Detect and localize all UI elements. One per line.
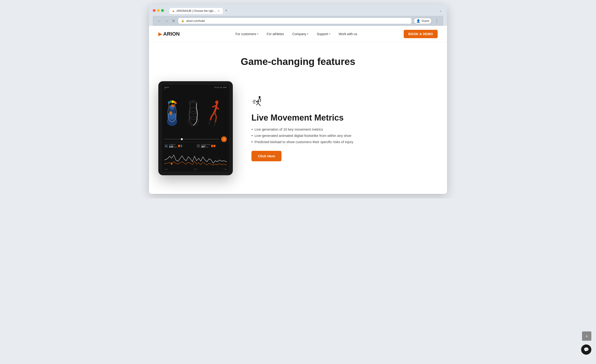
runner-icon xyxy=(252,95,438,109)
timeline-position xyxy=(181,138,183,140)
nav-label-company: Company xyxy=(292,32,306,36)
feature-text-block: Live Movement Metrics Live generation of… xyxy=(252,95,438,161)
graph-area xyxy=(162,149,229,168)
foot-heatmap xyxy=(164,99,183,127)
back-button[interactable]: ← xyxy=(156,19,162,23)
svg-point-6 xyxy=(171,100,174,103)
timestamp-end: 0:20 xyxy=(224,169,227,170)
timeline-track xyxy=(164,139,219,139)
cadence-feet-icons xyxy=(178,145,182,147)
screen-date: Fri 14 Jul xyxy=(214,86,222,89)
site-logo[interactable]: ▶ ARION xyxy=(158,31,180,37)
timeline-bar: ⏸ xyxy=(162,136,229,142)
tab-favicon-icon: ▶ xyxy=(173,10,175,12)
pause-button[interactable]: ⏸ xyxy=(221,136,227,142)
logo-text: ARION xyxy=(163,31,180,37)
cadence-unit: spm xyxy=(174,146,177,148)
chevron-down-icon-support: ▾ xyxy=(329,33,330,35)
close-button[interactable] xyxy=(153,9,156,12)
foot-outline xyxy=(184,99,202,127)
new-tab-button[interactable]: + xyxy=(223,7,230,14)
logo-icon: ▶ xyxy=(158,31,162,37)
svg-point-12 xyxy=(189,111,197,120)
cadence-label: Cadence xyxy=(169,144,177,145)
feature-bullets: Live generation of 10 key movement metri… xyxy=(252,127,438,144)
profile-icon: 👤 xyxy=(416,19,420,23)
security-icon: 🔒 xyxy=(181,19,184,22)
contact-feet-icons xyxy=(211,145,215,147)
back-arrow-icon[interactable]: ‹ xyxy=(164,87,165,90)
maximize-button[interactable] xyxy=(161,9,164,12)
book-demo-button[interactable]: BOOK A DEMO xyxy=(404,30,438,38)
device-mockup: 08:53 Fri 14 Jul 55% ‹ xyxy=(158,81,233,175)
graph-timestamps: 0:00 0:02 0:20 xyxy=(162,168,229,171)
nav-label-support: Support xyxy=(317,32,328,36)
profile-label: Guest xyxy=(422,19,429,22)
svg-point-13 xyxy=(190,108,196,114)
feature-bullet-1: Live generation of 10 key movement metri… xyxy=(252,127,438,131)
cadence-value: 143 xyxy=(169,145,173,148)
nav-label-work-with-us: Work with us xyxy=(339,32,357,36)
tab-close-button[interactable]: ✕ xyxy=(217,9,220,13)
chevron-down-icon-company: ▾ xyxy=(307,33,308,35)
section-title: Game-changing features xyxy=(158,56,438,67)
timestamp-start: 0:00 xyxy=(164,169,168,170)
feature-bullet-2: Live-generated animated digital footstri… xyxy=(252,134,438,138)
nav-item-work-with-us[interactable]: Work with us xyxy=(335,30,361,38)
contact-time-unit: ms xyxy=(206,146,208,148)
minimize-button[interactable] xyxy=(157,9,160,12)
feature-row: 08:53 Fri 14 Jul 55% ‹ xyxy=(158,81,438,175)
tab-title: ARIONHUB | Choose the righ... xyxy=(177,9,216,13)
nav-item-support[interactable]: Support ▾ xyxy=(313,30,333,38)
tabs-dropdown-button[interactable]: ⌄ xyxy=(438,7,443,14)
cadence-metric: 👟 Cadence 143 spm xyxy=(164,144,195,148)
profile-button[interactable]: 👤 Guest xyxy=(414,18,432,24)
features-section: Game-changing features 08:53 Fri 14 Jul … xyxy=(149,42,447,194)
browser-menu-button[interactable]: ⋮ xyxy=(434,18,440,24)
nav-label-for-athletes: For athletes xyxy=(267,32,284,36)
svg-point-10 xyxy=(170,111,172,115)
nav-item-company[interactable]: Company ▾ xyxy=(289,30,312,38)
click-here-button[interactable]: Click Here xyxy=(252,151,282,161)
nav-item-for-customers[interactable]: For customers ▾ xyxy=(232,30,261,38)
contact-time-value: 307 xyxy=(201,145,205,148)
contact-time-icon: ⏱ xyxy=(196,144,200,148)
nav-item-for-athletes[interactable]: For athletes xyxy=(264,30,287,38)
address-bar[interactable]: 🔒 arion.run/hub/ xyxy=(178,18,411,24)
timestamp-middle: 0:02 xyxy=(194,169,197,170)
feature-bullet-3: Predicted bioload to show customers thei… xyxy=(252,140,438,144)
screen-battery: 55% xyxy=(223,86,227,89)
contact-time-label: Contact time xyxy=(201,144,210,145)
cadence-icon: 👟 xyxy=(164,144,168,148)
runner-figure xyxy=(204,99,223,127)
feature-title: Live Movement Metrics xyxy=(252,113,438,123)
url-text: arion.run/hub/ xyxy=(186,19,409,22)
nav-label-for-customers: For customers xyxy=(235,32,256,36)
screen-body xyxy=(162,90,229,136)
screen-header: 08:53 Fri 14 Jul 55% xyxy=(162,85,229,90)
main-nav: ▶ ARION For customers ▾ For athletes Com… xyxy=(149,26,447,42)
foot-display xyxy=(164,99,202,127)
contact-time-metric: ⏱ Contact time 307 ms xyxy=(196,144,227,148)
browser-tab[interactable]: ▶ ARIONHUB | Choose the righ... ✕ xyxy=(170,8,223,14)
forward-button[interactable]: → xyxy=(164,19,169,23)
device-screen: 08:53 Fri 14 Jul 55% ‹ xyxy=(162,85,229,171)
metrics-row: 👟 Cadence 143 spm xyxy=(162,142,229,149)
refresh-button[interactable]: ↻ xyxy=(171,19,176,23)
nav-links: For customers ▾ For athletes Company ▾ S… xyxy=(189,30,404,38)
svg-point-9 xyxy=(171,104,175,107)
chevron-down-icon: ▾ xyxy=(257,33,258,35)
